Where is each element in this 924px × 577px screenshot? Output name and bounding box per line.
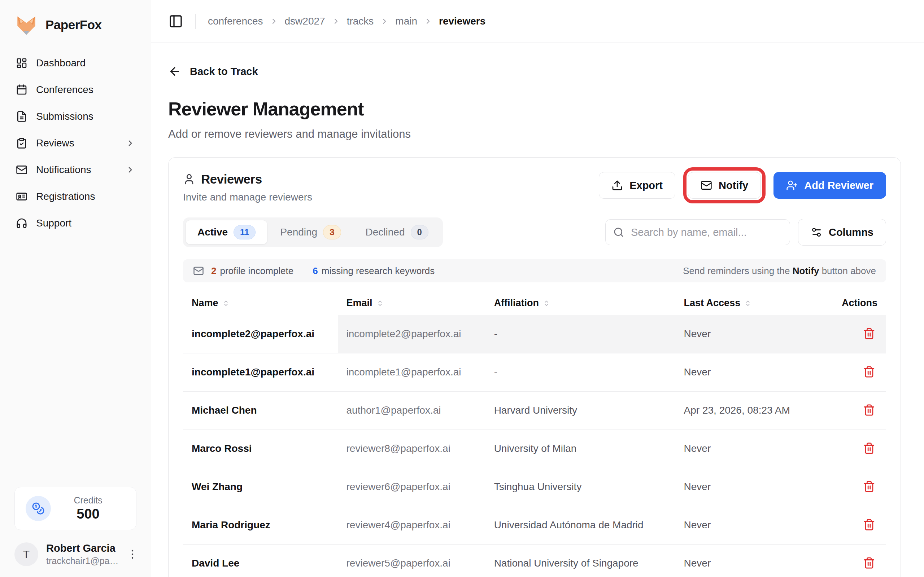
tab-count-badge: 11 [234, 225, 255, 240]
tab-active[interactable]: Active 11 [186, 220, 267, 244]
table-row[interactable]: incomplete1@paperfox.ai incomplete1@pape… [183, 353, 886, 391]
table-row[interactable]: Wei Zhang reviewer6@paperfox.ai Tsinghua… [183, 468, 886, 506]
reviewer-last-access: Never [675, 468, 823, 506]
notify-button[interactable]: Notify [688, 172, 761, 199]
page-content: Back to Track Reviewer Management Add or… [151, 43, 924, 577]
user-plus-icon [786, 180, 798, 191]
sort-icon [376, 299, 384, 307]
mail-icon [16, 164, 27, 176]
table-row[interactable]: David Lee reviewer5@paperfox.ai National… [183, 544, 886, 577]
sidebar-item-notifications[interactable]: Notifications [10, 158, 142, 182]
page-title: Reviewer Management [168, 98, 901, 120]
back-to-track-link[interactable]: Back to Track [168, 65, 258, 78]
trash-icon [863, 557, 875, 569]
sidebar-item-submissions[interactable]: Submissions [10, 105, 142, 128]
reviewer-affiliation: - [485, 353, 675, 391]
sort-by-last-access[interactable]: Last Access [684, 298, 752, 309]
delete-reviewer-button[interactable] [861, 478, 877, 496]
column-header-email: Email [338, 292, 485, 315]
notify-highlight-ring: Notify [683, 167, 766, 203]
sidebar-item-reviews[interactable]: Reviews [10, 131, 142, 155]
delete-reviewer-button[interactable] [861, 325, 877, 343]
credits-card: Credits 500 [15, 487, 136, 530]
search-input[interactable] [605, 219, 790, 245]
user-email: trackchair1@pa… [46, 556, 118, 566]
reviewer-last-access: Never [675, 353, 823, 391]
chevron-right-icon [424, 17, 432, 26]
sidebar-item-support[interactable]: Support [10, 211, 142, 235]
sidebar-item-label: Registrations [36, 191, 95, 202]
sidebar-item-label: Support [36, 218, 71, 229]
user-menu[interactable]: T Robert Garcia trackchair1@pa… [15, 542, 139, 566]
reminder-notice-bar: 2 profile incomplete 6 missing research … [183, 259, 886, 282]
export-button-label: Export [630, 180, 663, 192]
table-row[interactable]: Marco Rossi reviewer8@paperfox.ai Univer… [183, 429, 886, 468]
delete-reviewer-button[interactable] [861, 402, 877, 419]
sort-by-email[interactable]: Email [347, 298, 384, 309]
notify-button-label: Notify [719, 180, 748, 192]
delete-reviewer-button[interactable] [861, 554, 877, 572]
tab-label: Declined [366, 226, 405, 238]
reviewer-last-access: Never [675, 429, 823, 468]
search-icon [613, 227, 624, 238]
breadcrumb-dsw2027[interactable]: dsw2027 [285, 16, 325, 27]
kebab-menu-icon[interactable] [126, 548, 139, 561]
reviewer-email: reviewer4@paperfox.ai [338, 506, 485, 544]
reviewer-last-access: Never [675, 544, 823, 577]
reviewer-last-access: Never [675, 506, 823, 544]
calendar-icon [16, 84, 27, 95]
reviewer-affiliation: Tsinghua University [485, 468, 675, 506]
tab-count-badge: 0 [411, 225, 428, 240]
reviewer-affiliation: Harvard University [485, 391, 675, 429]
delete-reviewer-button[interactable] [861, 516, 877, 534]
credits-label: Credits [51, 495, 125, 506]
breadcrumb-reviewers: reviewers [439, 16, 485, 27]
paperfox-logo-icon [15, 13, 38, 37]
trash-icon [863, 404, 875, 416]
dashboard-icon [16, 57, 27, 69]
reviewer-name: David Lee [183, 544, 338, 577]
profile-incomplete-label: profile incomplete [220, 266, 294, 277]
chevron-right-icon [270, 17, 278, 26]
sidebar-item-label: Submissions [36, 111, 94, 122]
tab-declined[interactable]: Declined 0 [354, 220, 440, 244]
sort-by-name[interactable]: Name [192, 298, 230, 309]
avatar: T [15, 542, 38, 566]
breadcrumb-main[interactable]: main [395, 16, 417, 27]
reviewer-name: Marco Rossi [183, 429, 338, 468]
sort-by-affiliation[interactable]: Affiliation [494, 298, 551, 309]
table-row[interactable]: incomplete2@paperfox.ai incomplete2@pape… [183, 315, 886, 353]
divider [303, 266, 303, 276]
breadcrumb-conferences[interactable]: conferences [208, 16, 263, 27]
sidebar-toggle-icon[interactable] [168, 14, 183, 29]
reviewer-email: incomplete1@paperfox.ai [338, 353, 485, 391]
sort-icon [744, 299, 752, 307]
delete-reviewer-button[interactable] [861, 364, 877, 381]
divider [195, 14, 195, 29]
columns-button[interactable]: Columns [798, 219, 886, 246]
sidebar-item-dashboard[interactable]: Dashboard [10, 51, 142, 75]
reviewer-email: reviewer8@paperfox.ai [338, 429, 485, 468]
sidebar-item-registrations[interactable]: Registrations [10, 185, 142, 208]
chevron-right-icon [126, 165, 135, 174]
export-button[interactable]: Export [599, 172, 675, 199]
reviewer-email: author1@paperfox.ai [338, 391, 485, 429]
breadcrumb-tracks[interactable]: tracks [347, 16, 374, 27]
delete-reviewer-button[interactable] [861, 440, 877, 458]
table-row[interactable]: Michael Chen author1@paperfox.ai Harvard… [183, 391, 886, 429]
headphones-icon [16, 218, 27, 229]
column-header-affiliation: Affiliation [485, 292, 675, 315]
trash-icon [863, 442, 875, 455]
tab-pending[interactable]: Pending 3 [268, 220, 352, 244]
trash-icon [863, 327, 875, 340]
reviewer-name: incomplete1@paperfox.ai [183, 353, 338, 391]
back-link-label: Back to Track [190, 66, 258, 77]
arrow-left-icon [168, 65, 181, 78]
credits-value: 500 [51, 506, 125, 522]
sidebar-item-label: Conferences [36, 84, 94, 95]
table-row[interactable]: Maria Rodriguez reviewer4@paperfox.ai Un… [183, 506, 886, 544]
missing-keywords-count: 6 [313, 266, 318, 277]
add-reviewer-button[interactable]: Add Reviewer [774, 172, 886, 199]
sidebar: PaperFox Dashboard Conferences Submissio… [0, 0, 151, 577]
sidebar-item-conferences[interactable]: Conferences [10, 78, 142, 102]
